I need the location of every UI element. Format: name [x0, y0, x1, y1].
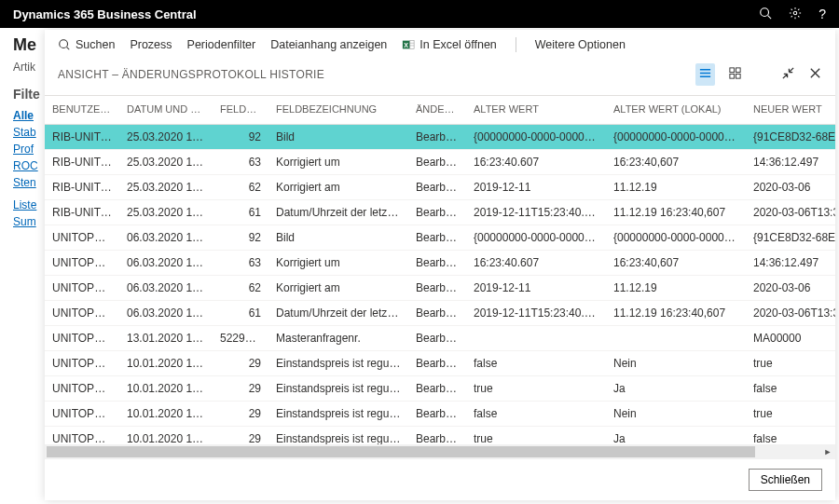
col-newvalue[interactable]: NEUER WERT	[746, 96, 835, 125]
col-oldvaluelocal[interactable]: ALTER WERT (LOKAL)	[606, 96, 746, 125]
svg-point-0	[761, 7, 769, 16]
svg-rect-15	[730, 74, 735, 78]
table-row[interactable]: UNITOPBC@...10.01.2020 16:0529Einstandsp…	[45, 351, 835, 376]
collapse-icon[interactable]	[781, 66, 795, 83]
scrollbar-thumb[interactable]	[47, 446, 755, 457]
table-row[interactable]: UNITOPVERT...06.03.2020 14:3692BildBearb…	[45, 225, 835, 251]
more-options-action[interactable]: Weitere Optionen	[535, 38, 626, 51]
table-row[interactable]: RIB-UNITOPB...25.03.2020 16:0461Datum/Uh…	[45, 200, 835, 225]
col-datetime[interactable]: DATUM UND UHRZEIT ↓	[119, 96, 213, 125]
col-user[interactable]: BENUTZER-ID ↓	[45, 96, 119, 125]
close-icon[interactable]	[808, 66, 822, 83]
table-row[interactable]: UNITOPBC@...13.01.2020 13:025229228Maste…	[45, 326, 835, 351]
svg-point-2	[793, 11, 797, 15]
table-row[interactable]: UNITOPVERT...06.03.2020 14:3663Korrigier…	[45, 251, 835, 276]
app-title: Dynamics 365 Business Central	[13, 7, 197, 21]
search-action[interactable]: Suchen	[58, 38, 115, 51]
help-icon[interactable]: ?	[818, 7, 826, 21]
table-header-row: BENUTZER-ID ↓ DATUM UND UHRZEIT ↓ FELDNR…	[45, 96, 835, 125]
table-row[interactable]: RIB-UNITOPB...25.03.2020 16:0462Korrigie…	[45, 175, 835, 200]
col-oldvalue[interactable]: ALTER WERT	[466, 96, 606, 125]
view-title: ANSICHT – ÄNDERUNGSPROTOKOLL HISTORIE	[58, 68, 324, 81]
horizontal-scrollbar[interactable]: ◄ ►	[45, 444, 835, 459]
col-changetype[interactable]: ÄNDERU...	[408, 96, 466, 125]
view-header: ANSICHT – ÄNDERUNGSPROTOKOLL HISTORIE	[45, 58, 835, 95]
periodfilter-action[interactable]: Periodenfilter	[187, 38, 256, 51]
modal-footer: Schließen	[45, 459, 835, 500]
excel-action[interactable]: X In Excel öffnen	[402, 38, 496, 51]
close-button[interactable]: Schließen	[749, 469, 822, 491]
table-row[interactable]: UNITOPVERT...06.03.2020 14:3662Korrigier…	[45, 276, 835, 301]
excel-icon: X	[402, 38, 415, 51]
changelog-table: BENUTZER-ID ↓ DATUM UND UHRZEIT ↓ FELDNR…	[45, 96, 835, 444]
app-topbar: Dynamics 365 Business Central ?	[0, 0, 839, 28]
attachment-action[interactable]: Dateianhang anzeigen	[270, 38, 387, 51]
svg-text:X: X	[405, 42, 409, 48]
svg-line-1	[768, 15, 772, 19]
svg-rect-14	[736, 68, 740, 73]
gear-icon[interactable]	[789, 7, 802, 22]
table-row[interactable]: UNITOPBC@...10.01.2020 16:0529Einstandsp…	[45, 376, 835, 402]
table-row[interactable]: RIB-UNITOPB... ⋮25.03.2020 16:0492BildBe…	[45, 125, 835, 150]
table-row[interactable]: RIB-UNITOPB...25.03.2020 16:0463Korrigie…	[45, 150, 835, 175]
table-row[interactable]: UNITOPBC@...10.01.2020 16:0529Einstandsp…	[45, 402, 835, 427]
modal-toolbar: Suchen Prozess Periodenfilter Dateianhan…	[45, 30, 835, 58]
col-fieldcaption[interactable]: FELDBEZEICHNUNG	[268, 96, 408, 125]
changelog-modal: Suchen Prozess Periodenfilter Dateianhan…	[45, 30, 835, 500]
scroll-right-icon[interactable]: ►	[820, 444, 835, 459]
search-icon[interactable]	[759, 7, 772, 22]
table-row[interactable]: UNITOPVERT...06.03.2020 14:3661Datum/Uhr…	[45, 301, 835, 326]
list-view-icon[interactable]	[695, 63, 715, 86]
table-row[interactable]: UNITOPBC@...10.01.2020 16:0529Einstandsp…	[45, 427, 835, 445]
changelog-table-wrap[interactable]: BENUTZER-ID ↓ DATUM UND UHRZEIT ↓ FELDNR…	[45, 95, 835, 444]
svg-rect-7	[410, 41, 414, 49]
svg-rect-13	[730, 68, 735, 73]
svg-point-3	[60, 40, 68, 48]
svg-rect-16	[736, 74, 740, 78]
tiles-view-icon[interactable]	[728, 66, 742, 83]
svg-line-4	[67, 48, 70, 50]
process-action[interactable]: Prozess	[130, 38, 172, 51]
col-fieldno[interactable]: FELDNR.	[213, 96, 268, 125]
